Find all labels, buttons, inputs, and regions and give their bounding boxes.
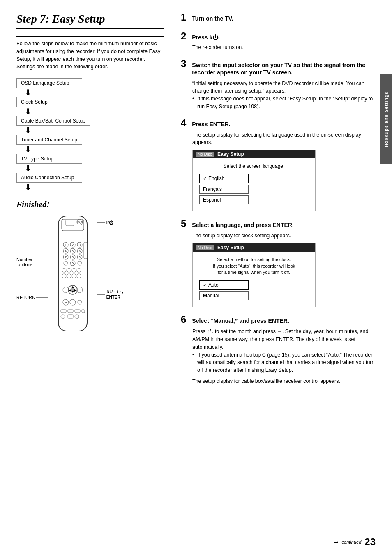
flow-box-clock: Clock Setup [16,97,82,107]
step-2-body: The recorder turns on. [192,44,243,50]
flow-box-cable: Cable Box/Sat. Control Setup [16,116,90,126]
flow-box-audio: Audio Connection Setup [16,173,82,183]
svg-text:3: 3 [79,243,81,246]
svg-point-33 [77,268,81,272]
left-column: Step 7: Easy Setup Follow the steps belo… [0,0,173,556]
option-auto: ✓ Auto [199,280,249,290]
title-divider [16,36,164,37]
step-4: 4 Press ENTER. The setup display for sel… [181,118,376,212]
step-4-no-disc: No Disc [196,152,214,157]
step-3-bullet: If this message does not appear, select … [192,95,376,111]
option-english: ✓ English [199,174,249,183]
step-5-body: The setup display for clock setting appe… [192,232,376,240]
svg-rect-55 [68,315,73,318]
step-4-time: -:-- -- [302,152,312,157]
intro-text: Follow the steps below to make the minim… [16,40,164,71]
label-power-right: I/⏻ [106,220,113,225]
step-5-display-body: Select a method for setting the clock. I… [193,252,315,307]
label-enter-arrows: ↑/↓/←/→, ENTER [106,289,123,300]
svg-text:▲: ▲ [71,285,74,289]
svg-rect-50 [61,310,66,313]
step-2-number: 2 [181,31,186,41]
step-5-display-header: No Disc Easy Setup -:-- -- [193,243,315,252]
step-4-prompt: Select the screen language. [199,163,309,169]
svg-point-37 [77,274,81,278]
step-3-body: “Initial setting necessary to operate th… [192,80,376,95]
finished-label: Finished! [16,200,164,209]
step-5-no-disc: No Disc [196,245,214,250]
step-5-time: -:-- -- [302,245,312,250]
svg-point-49 [78,300,82,304]
step-4-display: No Disc Easy Setup -:-- -- Select the sc… [192,150,316,211]
svg-text:6: 6 [79,250,81,253]
svg-rect-53 [82,310,85,313]
flow-box-tuner: Tuner and Channel Setup [16,135,82,145]
svg-text:2: 2 [72,243,74,246]
svg-text:9: 9 [79,256,81,259]
svg-text:◀: ◀ [69,288,71,292]
right-column: 1 Turn on the TV. 2 Press I/⏻. The recor… [173,0,392,556]
svg-rect-13 [84,242,87,259]
svg-point-35 [67,274,71,278]
step-5-number: 5 [181,219,186,229]
step-3-number: 3 [181,59,186,69]
svg-point-26 [64,261,68,265]
step-3-heading: Switch the input selector on your TV so … [192,61,376,76]
svg-rect-6 [66,220,74,226]
step-6: 6 Select “Manual,” and press ENTER. Pres… [181,315,376,385]
svg-point-48 [70,299,76,305]
flow-arrow-4: ⬇ [25,145,32,153]
step-4-body: The setup display for selecting the lang… [192,131,376,147]
flow-arrow-3: ⬇ [25,126,32,134]
option-espanol: Español [199,195,249,204]
label-return: RETURN [16,295,35,300]
step-6-bullet: If you used antenna hookup C (page 15), … [192,351,376,374]
svg-point-54 [61,315,65,319]
svg-text:↩: ↩ [65,301,67,304]
svg-text:▼: ▼ [71,290,74,294]
svg-text:7: 7 [65,256,67,259]
step-5-display-title: Easy Setup [217,245,244,250]
step-1-number: 1 [181,12,186,22]
step-4-number: 4 [181,118,186,128]
step-1-heading: Turn on the TV. [192,15,233,22]
page-title: Step 7: Easy Setup [16,12,164,29]
flow-arrow-2: ⬇ [25,107,32,116]
svg-rect-51 [68,310,73,313]
step-4-options: ✓ English Français Español [199,174,309,204]
remote-svg: I/⏻ 1 2 3 4 5 6 [50,216,95,339]
step-5-options: ✓ Auto Manual [199,280,309,300]
remote-illustration: Number buttons RETURN I/⏻ [16,216,164,339]
step-5: 5 Select a language, and press ENTER. Th… [181,219,376,307]
page-footer: ➡ continued 23 [334,536,376,548]
svg-point-31 [67,268,71,272]
step-6-body2: The setup display for cable box/satellit… [192,378,376,385]
page-container: Hookups and Settings Step 7: Easy Setup … [0,0,392,556]
option-manual: Manual [199,291,249,300]
svg-text:8: 8 [72,256,74,259]
svg-text:1: 1 [65,243,67,246]
step-1: 1 Turn on the TV. [181,12,376,24]
svg-point-34 [62,274,66,278]
step-4-display-header: No Disc Easy Setup -:-- -- [193,150,315,158]
svg-rect-2 [58,216,87,331]
step-6-heading: Select “Manual,” and press ENTER. [192,317,289,324]
option-francais: Français [199,185,249,194]
step-5-prompt: Select a method for setting the clock. I… [199,257,309,276]
flow-arrow-1: ⬇ [25,88,32,97]
svg-text:5: 5 [72,250,74,253]
step-2-heading: Press I/⏻. [192,34,220,41]
svg-point-30 [62,268,66,272]
step-3: 3 Switch the input selector on your TV s… [181,59,376,110]
continued-text: continued [342,540,362,544]
step-6-number: 6 [181,315,186,324]
svg-point-56 [75,315,79,319]
setup-flow: OSD Language Setup ⬇ Clock Setup ⬇ Cable… [16,78,164,192]
svg-point-29 [78,261,82,265]
svg-rect-52 [75,310,80,313]
side-tab-text: Hookups and Settings [384,91,389,147]
step-5-display: No Disc Easy Setup -:-- -- Select a meth… [192,243,316,307]
step-6-body: Press ↑/↓ to set the month and press →. … [192,328,376,351]
flow-box-tv: TV Type Setup [16,154,82,164]
page-number: 23 [364,536,376,548]
